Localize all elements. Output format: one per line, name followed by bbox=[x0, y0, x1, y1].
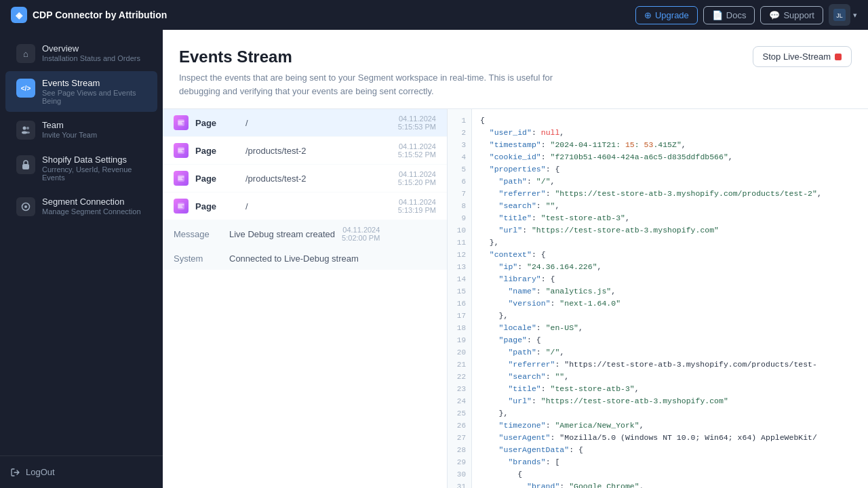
json-line: }, bbox=[480, 310, 860, 322]
sidebar-item-segment[interactable]: Segment Connection Manage Segment Connec… bbox=[5, 190, 157, 223]
event-path: / bbox=[245, 201, 391, 211]
event-row[interactable]: Page / 04.11.20245:15:53 PM bbox=[163, 109, 447, 137]
line-number: 4 bbox=[448, 151, 471, 163]
line-number: 27 bbox=[448, 432, 471, 444]
json-line: "properties": { bbox=[480, 163, 860, 176]
json-content[interactable]: { "user_id": null, "timestamp": "2024-04… bbox=[472, 109, 868, 488]
json-line: "userAgent": "Mozilla/5.0 (Windows NT 10… bbox=[480, 432, 860, 444]
brand-label: CDP Connector by Attribution bbox=[33, 9, 167, 20]
line-number: 14 bbox=[448, 273, 471, 285]
svg-point-4 bbox=[26, 127, 29, 129]
logout-button[interactable]: LogOut bbox=[11, 467, 152, 477]
sidebar-sub-overview: Installation Status and Orders bbox=[42, 54, 140, 62]
line-number: 19 bbox=[448, 334, 471, 346]
json-line: "brand": "Google Chrome", bbox=[480, 481, 860, 488]
event-timestamp: 04.11.20245:02:00 PM bbox=[342, 226, 380, 242]
json-line: "url": "https://test-store-atb-3.myshopi… bbox=[480, 395, 860, 407]
json-line: "brands": [ bbox=[480, 456, 860, 468]
sidebar-label-events: Events Stream bbox=[42, 78, 146, 88]
sidebar-sub-events: See Page Views and Events Being bbox=[42, 89, 146, 105]
stop-icon bbox=[835, 54, 842, 60]
event-row[interactable]: System Connected to Live-Debug stream bbox=[163, 248, 447, 270]
svg-text:JL: JL bbox=[836, 12, 843, 19]
sidebar-label-segment: Segment Connection bbox=[42, 197, 141, 207]
events-pane: Page / 04.11.20245:15:53 PM Page /produc… bbox=[163, 109, 868, 488]
json-line: { bbox=[480, 468, 860, 481]
upgrade-button[interactable]: ⊕ Upgrade bbox=[635, 6, 698, 24]
line-number: 31 bbox=[448, 481, 471, 488]
json-line: "search": "", bbox=[480, 200, 860, 212]
navbar: ◈ CDP Connector by Attribution ⊕ Upgrade… bbox=[0, 0, 868, 30]
docs-icon: 📄 bbox=[712, 10, 723, 20]
line-number: 28 bbox=[448, 444, 471, 456]
event-type-label: Page bbox=[195, 118, 239, 128]
stop-livestream-button[interactable]: Stop Live-Stream bbox=[753, 46, 852, 67]
user-menu[interactable]: JL ▾ bbox=[829, 4, 857, 26]
line-number: 3 bbox=[448, 139, 471, 151]
page-header: Events Stream Stop Live-Stream Inspect t… bbox=[163, 30, 868, 109]
event-type-icon bbox=[174, 115, 189, 130]
line-number: 25 bbox=[448, 407, 471, 420]
event-message: Live Debug stream created bbox=[229, 229, 335, 239]
json-line: "path": "/", bbox=[480, 176, 860, 188]
event-timestamp: 04.11.20245:15:53 PM bbox=[398, 115, 436, 131]
line-number: 26 bbox=[448, 420, 471, 432]
json-line: "version": "next-1.64.0" bbox=[480, 298, 860, 310]
event-timestamp: 04.11.20245:15:52 PM bbox=[398, 142, 436, 159]
event-row[interactable]: Page /products/test-2 04.11.20245:15:52 … bbox=[163, 137, 447, 165]
event-row[interactable]: Page / 04.11.20245:13:19 PM bbox=[163, 192, 447, 220]
home-icon: ⌂ bbox=[16, 44, 35, 63]
json-pane: 1234567891011121314151617181920212223242… bbox=[448, 109, 868, 488]
page-description: Inspect the events that are being sent t… bbox=[179, 71, 559, 98]
line-number: 16 bbox=[448, 298, 471, 310]
json-line: "context": { bbox=[480, 249, 860, 261]
line-number: 8 bbox=[448, 200, 471, 212]
svg-rect-6 bbox=[22, 164, 29, 169]
event-type-icon bbox=[174, 199, 189, 214]
event-type-label: Message bbox=[174, 229, 222, 239]
event-type-label: Page bbox=[195, 146, 239, 156]
json-line: "userAgentData": { bbox=[480, 444, 860, 456]
event-timestamp: 04.11.20245:13:19 PM bbox=[398, 198, 436, 214]
line-number: 11 bbox=[448, 237, 471, 249]
docs-button[interactable]: 📄 Docs bbox=[703, 6, 755, 24]
sidebar-label-shopify: Shopify Data Settings bbox=[42, 155, 146, 165]
event-timestamp: 04.11.20245:15:20 PM bbox=[398, 170, 436, 186]
sidebar-item-shopify[interactable]: Shopify Data Settings Currency, UserId, … bbox=[5, 148, 157, 188]
event-row[interactable]: Message Live Debug stream created 04.11.… bbox=[163, 220, 447, 248]
line-number: 6 bbox=[448, 176, 471, 188]
json-line: "page": { bbox=[480, 334, 860, 346]
line-number: 1 bbox=[448, 115, 471, 127]
sidebar-item-team[interactable]: Team Invite Your Team bbox=[5, 113, 157, 146]
line-number: 22 bbox=[448, 371, 471, 383]
svg-point-2 bbox=[23, 127, 26, 130]
line-number: 10 bbox=[448, 224, 471, 237]
json-line: "timestamp": "2024-04-11T21: 15: 53.415Z… bbox=[480, 139, 860, 151]
lock-icon bbox=[16, 155, 35, 174]
json-line: }, bbox=[480, 407, 860, 420]
sidebar-sub-segment: Manage Segment Connection bbox=[42, 207, 141, 216]
brand: ◈ CDP Connector by Attribution bbox=[11, 7, 167, 23]
event-type-label: System bbox=[174, 253, 222, 264]
line-numbers: 1234567891011121314151617181920212223242… bbox=[448, 109, 472, 488]
line-number: 13 bbox=[448, 261, 471, 273]
line-number: 24 bbox=[448, 395, 471, 407]
navbar-actions: ⊕ Upgrade 📄 Docs 💬 Support JL ▾ bbox=[635, 4, 857, 26]
team-icon bbox=[16, 121, 35, 140]
logout-label: LogOut bbox=[26, 467, 55, 477]
line-number: 9 bbox=[448, 212, 471, 224]
event-row[interactable]: Page /products/test-2 04.11.20245:15:20 … bbox=[163, 165, 447, 192]
json-line: "cookie_id": "f2710b51-4604-424a-a6c5-d8… bbox=[480, 151, 860, 163]
line-number: 23 bbox=[448, 383, 471, 395]
sidebar-item-events-stream[interactable]: </> Events Stream See Page Views and Eve… bbox=[5, 71, 157, 112]
json-line: "timezone": "America/New_York", bbox=[480, 420, 860, 432]
support-button[interactable]: 💬 Support bbox=[760, 6, 823, 24]
json-line: "url": "https://test-store-atb-3.myshopi… bbox=[480, 224, 860, 237]
json-line: "name": "analytics.js", bbox=[480, 285, 860, 298]
line-number: 7 bbox=[448, 188, 471, 200]
sidebar-item-overview[interactable]: ⌂ Overview Installation Status and Order… bbox=[5, 37, 157, 70]
event-type-icon bbox=[174, 143, 189, 158]
line-number: 12 bbox=[448, 249, 471, 261]
json-line: "library": { bbox=[480, 273, 860, 285]
line-number: 5 bbox=[448, 163, 471, 176]
